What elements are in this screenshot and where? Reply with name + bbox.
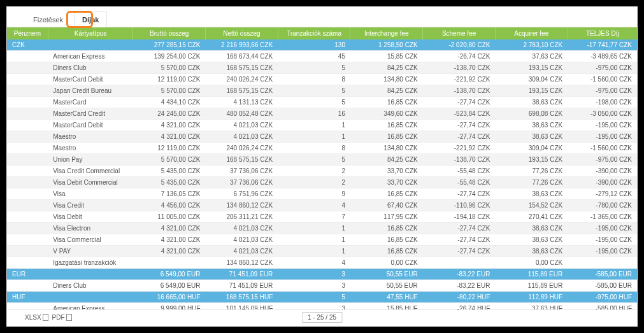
export-pdf[interactable]: PDF — [52, 314, 72, 321]
cell-acquirer: 0,00 CZK — [495, 257, 568, 269]
cell-tx: 7 — [278, 211, 350, 223]
cell-acquirer: 37,63 CZK — [495, 51, 568, 62]
table-row[interactable]: Visa Credit Commercial5 435,00 CZK37 736… — [7, 166, 637, 177]
cell-currency — [7, 177, 48, 188]
table-row[interactable]: MasterCard Debit12 119,00 CZK240 026,24 … — [7, 74, 637, 85]
cell-currency — [7, 74, 48, 85]
table-row[interactable]: American Express139 254,00 CZK168 673,44… — [7, 51, 637, 62]
cell-total: -1 365,00 CZK — [568, 211, 637, 223]
table-row[interactable]: Igazgatási tranzakciók134 860,12 CZK40,0… — [7, 257, 637, 269]
cell-net: 71 451,09 EUR — [206, 280, 278, 292]
cell-net: 240 026,24 CZK — [206, 143, 278, 154]
cell-interchange: 16,85 CZK — [350, 246, 423, 257]
col-interchange[interactable]: Interchange fee — [350, 27, 423, 39]
cell-net: 168 575,15 CZK — [206, 62, 278, 74]
cell-acquirer: 115,89 EUR — [495, 269, 568, 280]
table-row[interactable]: Maestro4 321,00 CZK4 021,03 CZK116,85 CZ… — [7, 131, 637, 143]
cell-net: 101 145,09 HUF — [206, 303, 278, 310]
table-row[interactable]: Maestro12 119,00 CZK240 026,24 CZK8134,8… — [7, 143, 637, 154]
cell-currency — [7, 188, 48, 200]
table-row[interactable]: V PAY4 321,00 CZK4 021,03 CZK116,85 CZK-… — [7, 246, 637, 257]
table-row[interactable]: Visa7 136,05 CZK6 751,96 CZK916,85 CZK-2… — [7, 188, 637, 200]
table-row[interactable]: Visa Debit11 005,00 CZK206 311,21 CZK711… — [7, 211, 637, 223]
cell-currency — [7, 51, 48, 62]
export-controls: XLSX PDF — [25, 314, 72, 321]
cell-tx: 16 — [278, 108, 350, 120]
cell-currency — [7, 166, 48, 177]
cell-currency — [7, 280, 48, 292]
col-scheme[interactable]: Scheme fee — [423, 27, 496, 39]
cell-gross: 6 549,00 EUR — [133, 269, 206, 280]
cell-cardtype: Visa Electron — [48, 223, 133, 234]
cell-scheme: -110,96 CZK — [423, 200, 496, 211]
col-total[interactable]: TELJES Díj — [568, 27, 637, 39]
col-cardtype[interactable]: Kártyatípus — [48, 27, 133, 39]
cell-total: -198,00 CZK — [568, 97, 637, 108]
tab-fees[interactable]: Díjak — [74, 11, 107, 27]
cell-scheme: -27,74 CZK — [423, 97, 496, 108]
cell-cardtype: MasterCard Debit — [48, 74, 133, 85]
table-row[interactable]: Japan Credit Bureau5 570,00 CZK168 575,1… — [7, 85, 637, 97]
cell-interchange: 33,70 CZK — [350, 166, 423, 177]
cell-currency: CZK — [7, 39, 48, 51]
cell-scheme: -27,74 CZK — [423, 234, 496, 246]
cell-total: -975,00 CZK — [568, 62, 637, 74]
tab-payments[interactable]: Fizetések — [25, 11, 71, 27]
export-xlsx[interactable]: XLSX — [25, 314, 48, 321]
table-row[interactable]: Union Pay5 570,00 CZK168 575,15 CZK584,2… — [7, 154, 637, 166]
table-row[interactable]: American Express9 999,00 HUF101 145,09 H… — [7, 303, 637, 310]
table-row[interactable]: Diners Club6 549,00 EUR71 451,09 EUR350,… — [7, 280, 637, 292]
col-tx[interactable]: Tranzakciók száma — [278, 27, 350, 39]
cell-interchange: 47,55 HUF — [350, 292, 423, 303]
col-currency[interactable]: Pénznem — [7, 27, 48, 39]
cell-currency — [7, 85, 48, 97]
table-scroll[interactable]: Pénznem Kártyatípus Bruttó összeg Nettó … — [7, 27, 637, 309]
cell-scheme: -80,22 HUF — [423, 292, 496, 303]
cell-interchange: 50,55 EUR — [350, 280, 423, 292]
cell-net: 4 021,03 CZK — [206, 246, 278, 257]
cell-tx: 3 — [278, 269, 350, 280]
xlsx-icon — [43, 314, 48, 321]
cell-gross: 7 136,05 CZK — [133, 188, 206, 200]
cell-acquirer: 309,04 CZK — [495, 143, 568, 154]
cell-currency — [7, 131, 48, 143]
col-gross[interactable]: Bruttó összeg — [133, 27, 206, 39]
table-row[interactable]: CZK277 285,15 CZK2 216 993,66 CZK1301 25… — [7, 39, 637, 51]
table-row[interactable]: Visa Commercial4 321,00 CZK4 021,03 CZK1… — [7, 234, 637, 246]
tab-bar: Fizetések Díjak — [7, 7, 637, 27]
cell-scheme — [423, 257, 496, 269]
cell-total: -1 560,00 CZK — [568, 74, 637, 85]
table-row[interactable]: MasterCard4 434,10 CZK4 131,13 CZK516,85… — [7, 97, 637, 108]
table-row[interactable]: EUR6 549,00 EUR71 451,09 EUR350,55 EUR-8… — [7, 269, 637, 280]
table-row[interactable]: MasterCard Credit24 245,00 CZK480 052,48… — [7, 108, 637, 120]
table-row[interactable]: Visa Debit Commercial5 435,00 CZK37 736,… — [7, 177, 637, 188]
cell-gross: 5 570,00 CZK — [133, 62, 206, 74]
cell-cardtype: Visa Commercial — [48, 234, 133, 246]
cell-interchange: 15,85 CZK — [350, 51, 423, 62]
cell-total: -195,00 CZK — [568, 234, 637, 246]
cell-gross: 4 321,00 CZK — [133, 223, 206, 234]
cell-interchange: 349,60 CZK — [350, 108, 423, 120]
pagination-display: 1 - 25 / 25 — [302, 312, 342, 323]
table-row[interactable]: Visa Credit4 456,00 CZK134 860,12 CZK467… — [7, 200, 637, 211]
cell-scheme: -221,92 CZK — [423, 74, 496, 85]
cell-tx: 5 — [278, 62, 350, 74]
cell-scheme: -27,74 CZK — [423, 120, 496, 131]
table-row[interactable]: Diners Club5 570,00 CZK168 575,15 CZK584… — [7, 62, 637, 74]
cell-currency — [7, 200, 48, 211]
table-row[interactable]: Visa Electron4 321,00 CZK4 021,03 CZK116… — [7, 223, 637, 234]
cell-net: 206 311,21 CZK — [206, 211, 278, 223]
cell-total: -17 741,77 CZK — [568, 39, 637, 51]
cell-interchange: 1 258,50 CZK — [350, 39, 423, 51]
cell-cardtype: Visa Debit Commercial — [48, 177, 133, 188]
col-acquirer[interactable]: Acquirer fee — [495, 27, 568, 39]
table-row[interactable]: HUF16 665,00 HUF168 575,15 HUF547,55 HUF… — [7, 292, 637, 303]
table-row[interactable]: MasterCard Debit4 321,00 CZK4 021,03 CZK… — [7, 120, 637, 131]
cell-total: -975,00 HUF — [568, 292, 637, 303]
cell-currency — [7, 234, 48, 246]
cell-gross: 9 999,00 HUF — [133, 303, 206, 310]
cell-interchange: 16,85 CZK — [350, 97, 423, 108]
cell-interchange: 0,00 CZK — [350, 257, 423, 269]
cell-cardtype: Visa Debit — [48, 211, 133, 223]
col-net[interactable]: Nettó összeg — [206, 27, 278, 39]
